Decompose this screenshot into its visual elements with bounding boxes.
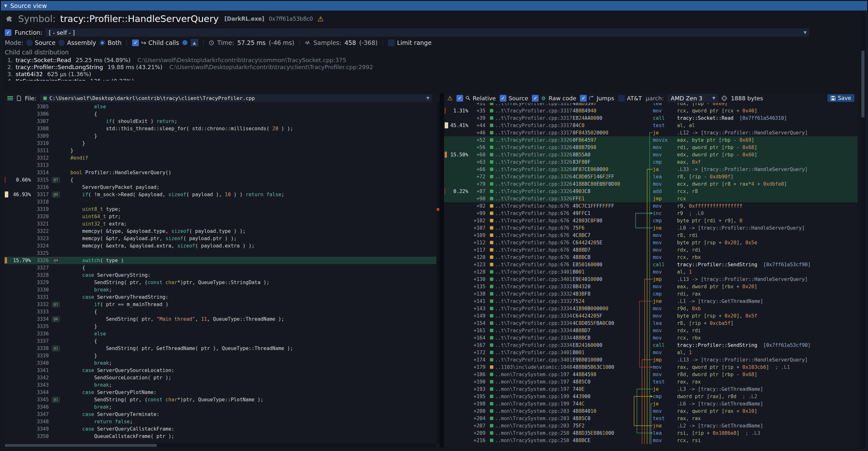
asm-location[interactable]: ..mon\TracySystem.cpp:197 (495, 372, 572, 378)
asm-location[interactable]: ..t\TracyProfiler.cpp:3401 (495, 276, 572, 282)
source-line[interactable]: 3321 uint32_t extra; (4, 220, 436, 228)
source-line[interactable]: 3347 case ServerQueryTerminate: (4, 411, 436, 418)
child-call-item[interactable]: 4.KeSynchronizeExecution125 μs (0.27%) (5, 78, 863, 81)
source-line[interactable]: 3343 break; (4, 381, 436, 389)
asm-row[interactable]: +179..1103\include\atomic:1048488B05B63C… (444, 363, 858, 371)
checkbox-icon[interactable] (500, 95, 506, 101)
asm-location[interactable]: ..t\TracyProfiler.hpp:676 (495, 262, 572, 268)
asm-row[interactable]: +66..t\TracyProfiler.cpp:33260F87CE06000… (444, 166, 858, 173)
source-line[interactable]: 3337 { (4, 337, 436, 344)
checkbox-icon[interactable] (618, 95, 625, 101)
asm-row[interactable]: 1.31%+35..t\TracyProfiler.cpp:3317488B49… (444, 107, 858, 114)
asm-row[interactable]: +79..t\TracyProfiler.cpp:3326418B8C80E0B… (444, 180, 858, 188)
file-list-icon[interactable] (7, 96, 13, 101)
source-line[interactable]: 3313 (4, 161, 436, 169)
asm-row[interactable]: +167..t\TracyProfiler.cpp:3334E824160000… (444, 341, 858, 349)
asm-location[interactable]: ..mon\TracySystem.cpp:258 (495, 430, 572, 436)
asm-location[interactable]: ..t\TracyProfiler.hpp:676 (495, 225, 572, 231)
asm-location[interactable]: ..t\TracyProfiler.cpp:3334 (495, 306, 572, 311)
asm-location[interactable]: ..t\TracyProfiler.cpp:3334 (495, 335, 572, 341)
asm-row[interactable]: +209..mon\TracySystem.cpp:258488D35E8861… (444, 429, 858, 437)
asm-row[interactable]: +172..t\TracyProfiler.cpp:3401B001moval,… (444, 349, 858, 356)
go-to-parent-button[interactable]: ▲ (191, 39, 198, 47)
source-line[interactable]: 3310 } (4, 140, 436, 147)
raw-code-checkbox[interactable]: Raw code (532, 95, 576, 101)
source-line[interactable]: 46.93%3317@5 if( !m_sock->Read( &payload… (4, 191, 436, 198)
asm-row[interactable]: +56..t\TracyProfiler.cpp:3326488B7D98mov… (444, 144, 858, 151)
asm-row[interactable]: +216..mon\TracySystem.cpp:258488BCEmovrc… (444, 437, 858, 444)
limit-range-checkbox[interactable]: Limit range (388, 39, 431, 46)
source-line[interactable]: 3328 case ServerQueryString: (4, 271, 436, 279)
asm-row[interactable]: +112..t\TracyProfiler.hpp:676C64424205Em… (444, 239, 858, 246)
source-line[interactable]: 3340 break; (4, 359, 436, 367)
asm-row[interactable]: +138..t\TracyProfiler.cpp:3332483BF8cmpr… (444, 290, 858, 298)
att-syntax-checkbox[interactable]: AT&T (618, 95, 642, 101)
selected-line-marker[interactable] (437, 208, 439, 211)
asm-location[interactable]: ..t\TracyProfiler.cpp:3326 (495, 174, 572, 180)
source-line[interactable]: 3342 SendSourceLocation( ptr ); (4, 374, 436, 381)
asm-row[interactable]: +117..t\TracyProfiler.hpp:676488BD7movrd… (444, 246, 858, 253)
asm-location[interactable]: ..t\TracyProfiler.cpp:3334 (495, 342, 572, 348)
asm-location[interactable]: ..t\TracyProfiler.cpp:3332 (495, 298, 572, 304)
chevron-down-icon[interactable]: ▼ (427, 96, 429, 100)
asm-row[interactable]: +200..mon\TracySystem.cpp:203488B4010mov… (444, 408, 858, 415)
asm-row[interactable]: +190..mon\TracySystem.cpp:1974885C0testr… (444, 378, 858, 385)
asm-location[interactable]: ..t\TracyProfiler.cpp:3326 (495, 167, 572, 172)
source-line[interactable]: 3309 } (4, 132, 436, 140)
asm-location[interactable]: ..mon\TracySystem.cpp:203 (495, 423, 572, 429)
asm-row[interactable]: +109..t\TracyProfiler.hpp:6764C8BC7movr8… (444, 232, 858, 239)
titlebar[interactable]: ▼ Source view (1, 1, 867, 10)
source-line[interactable]: 3325 (4, 249, 436, 257)
source-line[interactable]: 3345@1 SendString( ptr, (const char*)ptr… (4, 396, 436, 403)
asm-location[interactable]: ..t\TracyProfiler.cpp:3334 (495, 321, 572, 326)
asm-row[interactable]: +164..t\TracyProfiler.cpp:3334488BCBmovr… (444, 334, 858, 341)
source-line[interactable]: 3327 { (4, 264, 436, 271)
source-line[interactable]: 3319 uint8_t type; (4, 205, 436, 213)
chevron-down-icon[interactable]: ▼ (804, 30, 807, 35)
checkbox-icon[interactable] (457, 95, 463, 101)
source-line[interactable]: 3322 memcpy( &type, &payload.type, sizeo… (4, 228, 436, 235)
source-line[interactable]: 3344 case ServerQueryPlotName: (4, 389, 436, 396)
source-line[interactable]: 3334@6 SendString( ptr, "Main thread", 1… (4, 315, 436, 323)
source-line[interactable]: 3346 break; (4, 403, 436, 411)
asm-row[interactable]: +72..t\TracyProfiler.cpp:33264C8D05F146F… (444, 173, 858, 180)
asm-location[interactable]: ..t\TracyProfiler.cpp:3317 (495, 108, 572, 114)
asm-row[interactable]: +102..t\TracyProfiler.hpp:67642803C0F00c… (444, 217, 858, 224)
asm-location[interactable]: ..t\TracyProfiler.hpp:676 (495, 203, 572, 209)
asm-row[interactable]: +161..t\TracyProfiler.cpp:3334488BD7movr… (444, 327, 858, 334)
asm-location[interactable]: ..t\TracyProfiler.cpp:3334 (495, 313, 572, 319)
asm-location[interactable]: ..t\TracyProfiler.cpp:3326 (495, 145, 572, 150)
asm-row[interactable]: +154..t\TracyProfiler.cpp:33344C8D055FBA… (444, 320, 858, 327)
collapse-arrow-icon[interactable]: ▼ (4, 3, 7, 8)
asm-location[interactable]: ..mon\TracySystem.cpp:203 (495, 416, 572, 421)
source-line[interactable]: 3349 case ServerQueryCallstackFrame: (4, 425, 436, 432)
asm-row[interactable]: +186..mon\TracySystem.cpp:197448B4598mov… (444, 371, 858, 378)
window-vertical-scrollbar[interactable] (861, 12, 865, 449)
asm-row[interactable]: +99..t\TracyProfiler.hpp:67649FFC1incr9 … (444, 210, 858, 217)
function-checkbox[interactable] (5, 29, 11, 36)
radio-icon[interactable] (99, 40, 105, 46)
asm-row[interactable]: +90..t\TracyProfiler.cpp:3326FFE1jmprcx (444, 195, 858, 202)
scrollbar-thumb[interactable] (5, 444, 157, 447)
asm-row[interactable]: +143..t\TracyProfiler.cpp:333441B90B0000… (444, 305, 858, 312)
source-line[interactable]: 3320 uint64_t ptr; (4, 213, 436, 220)
source-line[interactable]: 3330 break; (4, 286, 436, 293)
asm-location[interactable]: ..t\TracyProfiler.hpp:676 (495, 254, 572, 260)
source-vertical-scroll-markers[interactable] (436, 103, 440, 443)
asm-location[interactable]: ..t\TracyProfiler.hpp:676 (495, 211, 572, 216)
asm-location[interactable]: ..t\TracyProfiler.cpp:3326 (495, 196, 572, 202)
source-line[interactable]: 3306 { (4, 110, 436, 118)
asm-row[interactable]: +204..mon\TracySystem.cpp:2034885C0testr… (444, 415, 858, 422)
uarch-select[interactable]: AMD Zen 3 ▼ (668, 94, 718, 102)
asm-location[interactable]: ..t\TracyProfiler.cpp:3326 (495, 159, 572, 165)
asm-row[interactable]: +92..t\TracyProfiler.hpp:67649C7C1FFFFFF… (444, 202, 858, 210)
checkbox-icon[interactable] (580, 95, 587, 101)
asm-row[interactable]: +195..mon\TracySystem.cpp:199443900cmpdw… (444, 393, 858, 400)
mode-radio-source[interactable]: Source (26, 39, 55, 46)
mode-radio-both[interactable]: Both (99, 39, 122, 46)
source-line[interactable]: 3329 SendString( ptr, (const char*)ptr, … (4, 279, 436, 286)
checkbox-icon[interactable] (532, 95, 538, 101)
child-call-item[interactable]: 3.stat64i32625 μs (1.36%) (5, 70, 863, 78)
asm-location[interactable]: ..t\TracyProfiler.cpp:3332 (495, 291, 572, 297)
source-line[interactable]: 3307 if( shouldExit ) return; (4, 118, 436, 125)
